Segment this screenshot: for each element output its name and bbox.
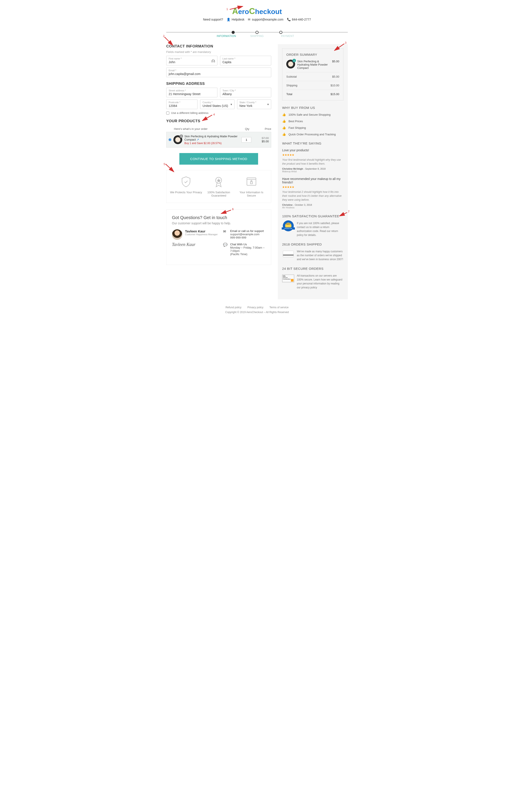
city-label: Town / City *: [223, 89, 269, 92]
questions-subtitle: Our customer support will be happy to he…: [172, 222, 265, 225]
shield-icon: [180, 176, 192, 188]
postcode-input[interactable]: [169, 104, 195, 108]
chat-icon: 💬: [223, 243, 227, 256]
thumb-icon: 👍: [282, 133, 286, 136]
product-radio[interactable]: [169, 138, 171, 141]
product-discount: Buy 1 and Save $2.00 (28.57%): [184, 142, 239, 145]
t1-quote: Your first testimonial should highlight …: [282, 158, 343, 166]
summary-item-name: Skin Perfecting & Hydrating Matte Powder…: [297, 60, 330, 69]
person-role: Customer Happiness Manager: [185, 233, 218, 236]
contact-phone[interactable]: 999-999-999: [230, 236, 264, 239]
qty-input[interactable]: [241, 137, 251, 143]
annotation-2: 2: [163, 34, 165, 38]
t2-role: Air Hostess: [282, 206, 343, 209]
country-label: Country *: [203, 101, 232, 104]
trust-satisfaction: 100% Satisfaction Guaranteed: [202, 191, 235, 197]
total-label: Total: [286, 92, 292, 96]
trust-secure: Your Information Is Secure: [235, 191, 268, 197]
contact-email[interactable]: support@example.com: [230, 233, 264, 236]
step-label-shipping[interactable]: SHIPPING: [246, 34, 268, 38]
svg-line-9: [221, 210, 231, 213]
annotation-5: 5: [164, 163, 165, 166]
svg-rect-8: [251, 182, 252, 184]
copyright: Copyright © 2019 AeroCheckout – All Righ…: [166, 311, 348, 314]
logo: AeroCheckout: [166, 6, 348, 16]
email-title: Email or call us for support: [230, 229, 264, 233]
continue-button[interactable]: CONTINUE TO SHIPPING METHOD: [179, 153, 258, 165]
van-icon: [283, 251, 294, 257]
t1-role: Makeup Artist: [282, 170, 343, 173]
diff-billing-label: Use a different billing address: [171, 111, 208, 115]
annotation-7: 7: [348, 210, 349, 213]
support-phone[interactable]: 📞844-440-2777: [287, 18, 311, 21]
t2-quote: Your testimonial 2 should highlight how …: [282, 190, 343, 202]
user-icon: 👤: [227, 18, 230, 21]
summary-thumb: 1: [286, 60, 295, 68]
summary-badge: 1: [292, 59, 296, 62]
email-label: Email *: [169, 69, 269, 72]
svg-line-10: [335, 44, 344, 51]
privacy-link[interactable]: Privacy policy: [247, 306, 263, 309]
secure-text: All transactions on our servers are 100%…: [297, 274, 343, 289]
product-thumb: 1: [173, 135, 182, 144]
street-label: Street address *: [169, 89, 215, 92]
why-buy-title: WHY BUY FROM US: [282, 106, 343, 110]
guarantee-title: 100% SATISFACTION GUARANTEE: [282, 214, 343, 218]
annotation-3: 3: [345, 41, 346, 45]
summary-item-price: $5.00: [332, 60, 339, 63]
diff-billing-checkbox[interactable]: [166, 112, 169, 115]
envelope-icon: ✉: [223, 229, 227, 239]
secure-title: 24 BIT SECURE ORDERS: [282, 267, 343, 270]
benefit-2: Best Prices: [288, 120, 303, 123]
shipping-value: $10.00: [331, 84, 339, 87]
summary-title: ORDER SUMMARY: [286, 53, 339, 56]
t1-date: September 8, 2018: [305, 168, 326, 170]
benefit-4: Quick Order Processing and Tracking: [288, 133, 336, 136]
lock-window-icon: [246, 176, 257, 188]
orders-title: 2618 ORDERS SHIPPED: [282, 242, 343, 246]
refund-link[interactable]: Refund policy: [226, 306, 241, 309]
satisfaction-badge-icon: [283, 221, 294, 231]
chat-tz: (Pacific Time): [230, 253, 265, 256]
signature: Tavleen Kaur: [172, 242, 218, 247]
product-name: Skin Perfecting & Hydrating Matte Powder…: [184, 135, 237, 141]
svg-text:★: ★: [217, 178, 221, 183]
city-input[interactable]: [223, 92, 269, 96]
shipping-title: SHIPPING ADDRESS: [166, 82, 271, 86]
helpdesk-link[interactable]: 👤Helpdesk: [227, 18, 244, 21]
new-price: $5.00: [254, 140, 269, 143]
benefit-3: Fast Shipping: [288, 126, 306, 129]
street-input[interactable]: [169, 92, 215, 96]
chat-hours: Monday – Friday, 7:00am – 7:00pm: [230, 246, 265, 253]
annotation-6: 6: [232, 207, 234, 211]
email-input[interactable]: [169, 72, 269, 76]
price-header: Price: [256, 127, 271, 130]
product-row: 1 Skin Perfecting & Hydrating Matte Powd…: [166, 132, 271, 148]
product-badge: 1: [179, 135, 183, 138]
subtotal-label: Subtotal: [286, 75, 297, 78]
country-select[interactable]: [203, 104, 232, 108]
thumb-icon: 👍: [282, 119, 286, 123]
external-link-icon[interactable]: ↗: [197, 138, 199, 141]
progress-bar: [166, 32, 348, 32]
step-label-information[interactable]: INFORMATION: [216, 34, 237, 38]
t2-date: October 3, 2018: [295, 204, 312, 206]
terms-link[interactable]: Terms of service: [269, 306, 288, 309]
state-select[interactable]: [239, 104, 269, 108]
support-label: Need support?: [203, 18, 223, 21]
thumb-icon: 👍: [282, 113, 286, 116]
thumb-icon: 👍: [282, 126, 286, 129]
trust-privacy: We Protects Your Privacy: [170, 191, 202, 194]
support-email[interactable]: ✉support@example.com: [248, 18, 283, 21]
first-name-input[interactable]: [169, 60, 215, 64]
contact-title: CONTACT INFORMATION: [166, 44, 271, 49]
last-name-input[interactable]: [223, 60, 269, 64]
person-name: Tavleen Kaur: [185, 229, 218, 233]
ssl-badge-icon: SSL Secure Connection: [282, 274, 294, 282]
old-price: $7.00: [254, 137, 269, 140]
phone-icon: 📞: [287, 18, 291, 21]
step-label-payment[interactable]: PAYMENT: [277, 34, 298, 38]
shipping-label: Shipping: [286, 84, 297, 87]
t2-headline: Have recommended your makeup to all my f…: [282, 177, 343, 184]
state-label: State / County *: [239, 101, 269, 104]
